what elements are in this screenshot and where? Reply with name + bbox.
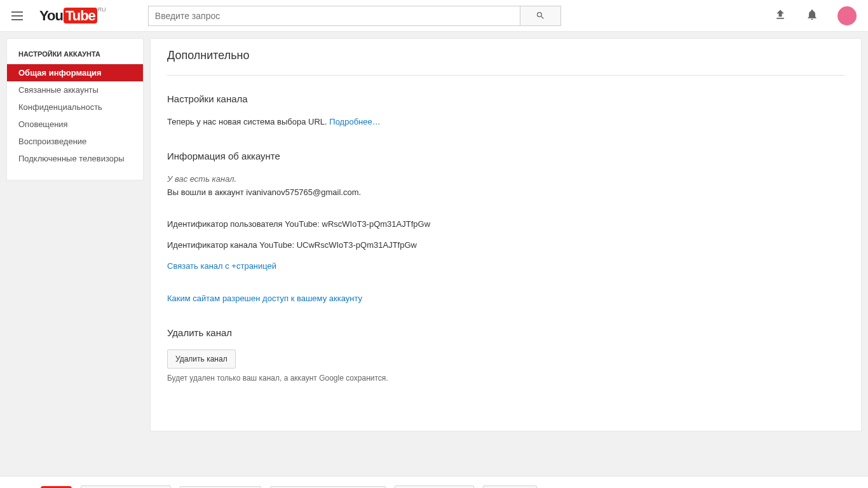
delete-channel-section: Удалить канал Удалить канал Будет удален… xyxy=(167,322,844,383)
search-button[interactable] xyxy=(520,6,561,26)
delete-channel-heading: Удалить канал xyxy=(167,327,844,338)
account-info-heading: Информация об аккаунте xyxy=(167,151,844,161)
safe-mode-selector[interactable]: Безопасный режим:выкл. xyxy=(270,486,386,488)
url-info-text: Теперь у нас новая система выбора URL. П… xyxy=(167,116,844,129)
delete-channel-note: Будет удален только ваш канал, а аккаунт… xyxy=(167,374,844,383)
user-id-row: Идентификатор пользователя YouTube: wRsc… xyxy=(167,218,844,231)
sidebar-title: НАСТРОЙКИ АККАУНТА xyxy=(7,39,143,64)
page-footer: YouTube Язык:Русский Страна:Россия Безоп… xyxy=(0,476,868,488)
sidebar-item-privacy[interactable]: Конфиденциальность xyxy=(7,98,143,116)
bell-icon xyxy=(806,8,818,21)
search-form xyxy=(148,6,561,26)
sidebar-item-notifications[interactable]: Оповещения xyxy=(7,116,143,133)
language-selector[interactable]: Язык:Русский xyxy=(81,485,171,488)
channel-id-value: UCwRscWIoT3-pQm31AJTfpGw xyxy=(297,240,417,250)
guide-menu-button[interactable] xyxy=(11,8,27,24)
account-email: ivanivanov575765@gmail.com xyxy=(246,187,358,197)
region-code: RU xyxy=(98,6,106,13)
channel-id-row: Идентификатор канала YouTube: UCwRscWIoT… xyxy=(167,239,844,252)
page-title: Дополнительно xyxy=(167,49,844,76)
url-learn-more-link[interactable]: Подробнее… xyxy=(329,117,380,126)
settings-sidebar: НАСТРОЙКИ АККАУНТА Общая информация Связ… xyxy=(6,38,144,180)
header-actions xyxy=(774,6,857,25)
channel-settings-heading: Настройки канала xyxy=(167,93,844,104)
logged-in-text: Вы вошли в аккаунт ivanivanov575765@gmai… xyxy=(167,186,844,200)
account-info-section: Информация об аккаунте У вас есть канал.… xyxy=(167,146,844,306)
channel-settings-section: Настройки канала Теперь у нас новая сист… xyxy=(167,88,844,129)
upload-icon xyxy=(774,8,787,21)
sidebar-item-connected-tvs[interactable]: Подключенные телевизоры xyxy=(7,150,143,167)
help-button[interactable]: Справка xyxy=(483,485,537,488)
search-icon xyxy=(536,11,545,20)
sidebar-item-connected-accounts[interactable]: Связанные аккаунты xyxy=(7,81,143,98)
history-button[interactable]: Просмотренные xyxy=(395,485,474,488)
main-layout: НАСТРОЙКИ АККАУНТА Общая информация Связ… xyxy=(0,32,868,438)
search-input[interactable] xyxy=(148,6,520,26)
footer-controls-row: YouTube Язык:Русский Страна:Россия Безоп… xyxy=(19,485,849,488)
account-avatar[interactable] xyxy=(837,6,857,25)
sidebar-item-overview[interactable]: Общая информация xyxy=(7,64,143,81)
content-panel: Дополнительно Настройки канала Теперь у … xyxy=(150,38,862,431)
allowed-sites-link[interactable]: Каким сайтам разрешен доступ к вашему ак… xyxy=(167,294,362,303)
delete-channel-button[interactable]: Удалить канал xyxy=(167,349,236,369)
sidebar-item-playback[interactable]: Воспроизведение xyxy=(7,133,143,150)
have-channel-text: У вас есть канал. xyxy=(167,173,844,186)
youtube-logo[interactable]: YouTube RU xyxy=(39,8,97,24)
masthead: YouTube RU xyxy=(0,0,868,32)
user-id-value: wRscWIoT3-pQm31AJTfpGw xyxy=(322,219,430,229)
link-plus-page-link[interactable]: Связать канал с +страницей xyxy=(167,261,276,271)
notifications-button[interactable] xyxy=(806,8,818,23)
country-selector[interactable]: Страна:Россия xyxy=(180,486,262,488)
upload-button[interactable] xyxy=(774,8,787,23)
